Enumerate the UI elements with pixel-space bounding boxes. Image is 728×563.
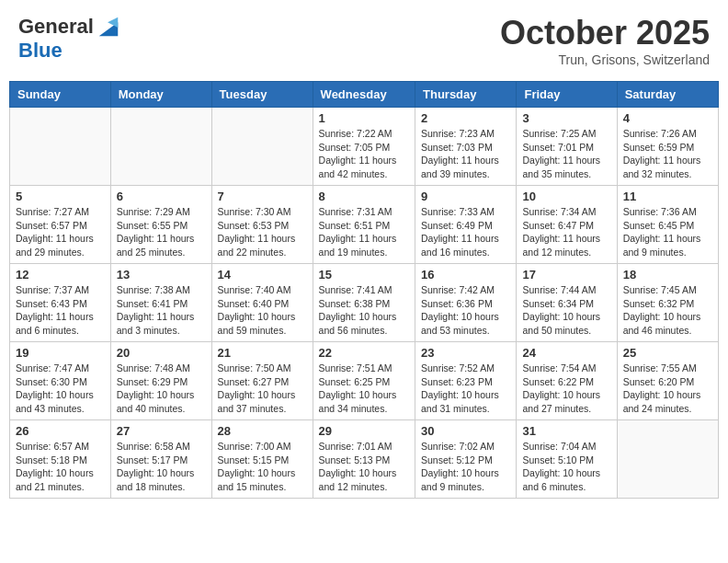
day-number: 24 — [522, 346, 610, 360]
day-cell: 15Sunrise: 7:41 AM Sunset: 6:38 PM Dayli… — [313, 264, 415, 342]
day-number: 12 — [16, 268, 105, 282]
day-cell — [110, 108, 211, 186]
week-row-5: 26Sunrise: 6:57 AM Sunset: 5:18 PM Dayli… — [10, 420, 719, 499]
day-number: 17 — [522, 268, 610, 282]
day-info: Sunrise: 7:04 AM Sunset: 5:10 PM Dayligh… — [522, 440, 610, 494]
day-cell: 3Sunrise: 7:25 AM Sunset: 7:01 PM Daylig… — [517, 108, 617, 186]
day-info: Sunrise: 7:55 AM Sunset: 6:20 PM Dayligh… — [623, 362, 712, 416]
day-number: 3 — [522, 111, 610, 125]
svg-marker-1 — [108, 17, 118, 28]
day-number: 6 — [117, 190, 206, 203]
day-cell: 5Sunrise: 7:27 AM Sunset: 6:57 PM Daylig… — [10, 186, 111, 264]
day-number: 8 — [319, 190, 409, 203]
day-info: Sunrise: 7:40 AM Sunset: 6:40 PM Dayligh… — [218, 283, 307, 338]
weekday-header-wednesday: Wednesday — [313, 82, 415, 108]
week-row-2: 5Sunrise: 7:27 AM Sunset: 6:57 PM Daylig… — [10, 186, 719, 264]
day-cell: 10Sunrise: 7:34 AM Sunset: 6:47 PM Dayli… — [517, 186, 617, 264]
day-cell: 6Sunrise: 7:29 AM Sunset: 6:55 PM Daylig… — [110, 186, 211, 264]
day-cell — [211, 108, 313, 186]
day-info: Sunrise: 7:36 AM Sunset: 6:45 PM Dayligh… — [623, 205, 712, 259]
day-cell: 18Sunrise: 7:45 AM Sunset: 6:32 PM Dayli… — [617, 264, 718, 342]
logo-general: General — [18, 16, 94, 38]
day-info: Sunrise: 7:50 AM Sunset: 6:27 PM Dayligh… — [218, 362, 307, 416]
day-number: 14 — [218, 268, 307, 282]
day-cell: 13Sunrise: 7:38 AM Sunset: 6:41 PM Dayli… — [110, 264, 211, 342]
day-cell: 31Sunrise: 7:04 AM Sunset: 5:10 PM Dayli… — [517, 420, 617, 499]
day-number: 26 — [16, 424, 105, 438]
day-number: 11 — [623, 190, 712, 203]
day-info: Sunrise: 6:58 AM Sunset: 5:17 PM Dayligh… — [117, 440, 206, 494]
day-info: Sunrise: 7:30 AM Sunset: 6:53 PM Dayligh… — [218, 205, 307, 259]
calendar-table: SundayMondayTuesdayWednesdayThursdayFrid… — [9, 81, 719, 499]
day-info: Sunrise: 7:33 AM Sunset: 6:49 PM Dayligh… — [421, 205, 510, 259]
day-info: Sunrise: 7:45 AM Sunset: 6:32 PM Dayligh… — [623, 283, 712, 338]
day-cell: 26Sunrise: 6:57 AM Sunset: 5:18 PM Dayli… — [10, 420, 111, 499]
month-title: October 2025 — [500, 14, 710, 52]
day-info: Sunrise: 6:57 AM Sunset: 5:18 PM Dayligh… — [16, 440, 105, 494]
day-number: 19 — [16, 346, 105, 360]
day-info: Sunrise: 7:54 AM Sunset: 6:22 PM Dayligh… — [522, 362, 610, 416]
weekday-header-monday: Monday — [110, 82, 211, 108]
day-cell: 23Sunrise: 7:52 AM Sunset: 6:23 PM Dayli… — [415, 342, 517, 420]
day-cell: 24Sunrise: 7:54 AM Sunset: 6:22 PM Dayli… — [517, 342, 617, 420]
day-number: 5 — [16, 190, 105, 203]
day-info: Sunrise: 7:37 AM Sunset: 6:43 PM Dayligh… — [16, 283, 105, 338]
weekday-header-friday: Friday — [517, 82, 617, 108]
day-number: 27 — [117, 424, 206, 438]
day-cell: 7Sunrise: 7:30 AM Sunset: 6:53 PM Daylig… — [211, 186, 313, 264]
day-info: Sunrise: 7:02 AM Sunset: 5:12 PM Dayligh… — [421, 440, 510, 494]
day-cell: 11Sunrise: 7:36 AM Sunset: 6:45 PM Dayli… — [617, 186, 718, 264]
page-header: General Blue October 2025 Trun, Grisons,… — [9, 9, 719, 72]
weekday-header-tuesday: Tuesday — [211, 82, 313, 108]
day-cell: 21Sunrise: 7:50 AM Sunset: 6:27 PM Dayli… — [211, 342, 313, 420]
day-cell: 8Sunrise: 7:31 AM Sunset: 6:51 PM Daylig… — [313, 186, 415, 264]
day-cell: 29Sunrise: 7:01 AM Sunset: 5:13 PM Dayli… — [313, 420, 415, 499]
day-number: 28 — [218, 424, 307, 438]
day-info: Sunrise: 7:23 AM Sunset: 7:03 PM Dayligh… — [421, 127, 510, 181]
day-number: 2 — [421, 111, 510, 125]
day-cell: 17Sunrise: 7:44 AM Sunset: 6:34 PM Dayli… — [517, 264, 617, 342]
day-cell — [10, 108, 111, 186]
day-number: 9 — [421, 190, 510, 203]
day-info: Sunrise: 7:34 AM Sunset: 6:47 PM Dayligh… — [522, 205, 610, 259]
location: Trun, Grisons, Switzerland — [500, 52, 710, 67]
day-info: Sunrise: 7:29 AM Sunset: 6:55 PM Dayligh… — [117, 205, 206, 259]
weekday-header-row: SundayMondayTuesdayWednesdayThursdayFrid… — [10, 82, 719, 108]
day-number: 15 — [319, 268, 409, 282]
day-number: 31 — [522, 424, 610, 438]
day-info: Sunrise: 7:51 AM Sunset: 6:25 PM Dayligh… — [319, 362, 409, 416]
day-info: Sunrise: 7:48 AM Sunset: 6:29 PM Dayligh… — [117, 362, 206, 416]
week-row-3: 12Sunrise: 7:37 AM Sunset: 6:43 PM Dayli… — [10, 264, 719, 342]
day-number: 25 — [623, 346, 712, 360]
weekday-header-saturday: Saturday — [617, 82, 718, 108]
day-info: Sunrise: 7:42 AM Sunset: 6:36 PM Dayligh… — [421, 283, 510, 338]
day-info: Sunrise: 7:52 AM Sunset: 6:23 PM Dayligh… — [421, 362, 510, 416]
day-cell: 27Sunrise: 6:58 AM Sunset: 5:17 PM Dayli… — [110, 420, 211, 499]
day-cell: 30Sunrise: 7:02 AM Sunset: 5:12 PM Dayli… — [415, 420, 517, 499]
day-number: 7 — [218, 190, 307, 203]
day-cell: 22Sunrise: 7:51 AM Sunset: 6:25 PM Dayli… — [313, 342, 415, 420]
day-info: Sunrise: 7:22 AM Sunset: 7:05 PM Dayligh… — [319, 127, 409, 181]
logo-icon — [96, 14, 121, 40]
logo: General Blue — [18, 14, 121, 62]
day-cell: 14Sunrise: 7:40 AM Sunset: 6:40 PM Dayli… — [211, 264, 313, 342]
day-info: Sunrise: 7:31 AM Sunset: 6:51 PM Dayligh… — [319, 205, 409, 259]
day-cell: 16Sunrise: 7:42 AM Sunset: 6:36 PM Dayli… — [415, 264, 517, 342]
day-cell: 28Sunrise: 7:00 AM Sunset: 5:15 PM Dayli… — [211, 420, 313, 499]
day-cell — [617, 420, 718, 499]
weekday-header-thursday: Thursday — [415, 82, 517, 108]
day-number: 1 — [319, 111, 409, 125]
week-row-4: 19Sunrise: 7:47 AM Sunset: 6:30 PM Dayli… — [10, 342, 719, 420]
day-cell: 19Sunrise: 7:47 AM Sunset: 6:30 PM Dayli… — [10, 342, 111, 420]
day-info: Sunrise: 7:38 AM Sunset: 6:41 PM Dayligh… — [117, 283, 206, 338]
day-cell: 9Sunrise: 7:33 AM Sunset: 6:49 PM Daylig… — [415, 186, 517, 264]
day-number: 21 — [218, 346, 307, 360]
day-number: 23 — [421, 346, 510, 360]
logo-blue: Blue — [18, 40, 121, 62]
day-info: Sunrise: 7:01 AM Sunset: 5:13 PM Dayligh… — [319, 440, 409, 494]
day-info: Sunrise: 7:47 AM Sunset: 6:30 PM Dayligh… — [16, 362, 105, 416]
day-number: 18 — [623, 268, 712, 282]
day-number: 30 — [421, 424, 510, 438]
day-info: Sunrise: 7:44 AM Sunset: 6:34 PM Dayligh… — [522, 283, 610, 338]
day-info: Sunrise: 7:00 AM Sunset: 5:15 PM Dayligh… — [218, 440, 307, 494]
